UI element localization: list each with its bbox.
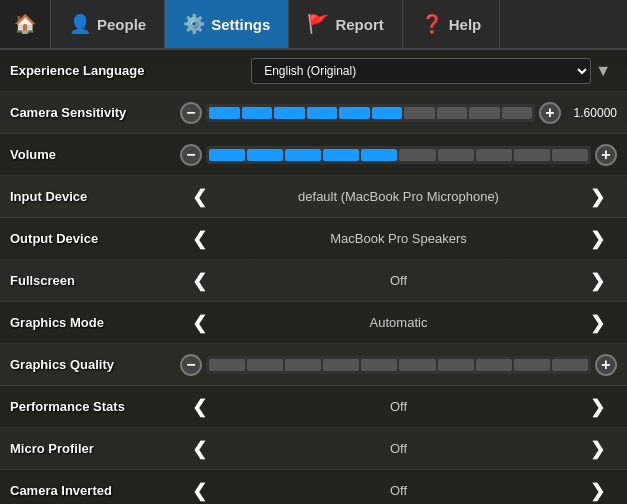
arrow-right-micro-profiler[interactable]: ❯ bbox=[582, 438, 613, 460]
arrow-left-micro-profiler[interactable]: ❮ bbox=[184, 438, 215, 460]
arrow-left-performance-stats[interactable]: ❮ bbox=[184, 396, 215, 418]
setting-row-experience-language: Experience LanguageEnglish (Original)▼ bbox=[0, 50, 627, 92]
setting-row-camera-sensitivity: Camera Sensitivity−+1.60000 bbox=[0, 92, 627, 134]
slider-minus-graphics-quality[interactable]: − bbox=[180, 354, 202, 376]
slider-plus-camera-sensitivity[interactable]: + bbox=[539, 102, 561, 124]
slider-segment bbox=[242, 107, 273, 119]
arrow-control-output-device: ❮MacBook Pro Speakers❯ bbox=[180, 228, 617, 250]
setting-label-camera-sensitivity: Camera Sensitivity bbox=[10, 105, 180, 120]
setting-row-performance-stats: Performance Stats❮Off❯ bbox=[0, 386, 627, 428]
arrow-control-graphics-mode: ❮Automatic❯ bbox=[180, 312, 617, 334]
arrow-left-fullscreen[interactable]: ❮ bbox=[184, 270, 215, 292]
slider-value-camera-sensitivity: 1.60000 bbox=[565, 106, 617, 120]
arrow-value-micro-profiler: Off bbox=[215, 441, 582, 456]
slider-minus-camera-sensitivity[interactable]: − bbox=[180, 102, 202, 124]
arrow-value-camera-inverted: Off bbox=[215, 483, 582, 498]
slider-segment bbox=[437, 107, 468, 119]
slider-segment bbox=[476, 149, 512, 161]
dropdown-arrow-icon: ▼ bbox=[595, 62, 611, 80]
people-icon: 👤 bbox=[69, 15, 91, 33]
slider-segment bbox=[247, 359, 283, 371]
arrow-value-performance-stats: Off bbox=[215, 399, 582, 414]
nav-people-label: People bbox=[97, 16, 146, 33]
slider-segment bbox=[361, 359, 397, 371]
setting-row-graphics-quality: Graphics Quality−+ bbox=[0, 344, 627, 386]
setting-row-micro-profiler: Micro Profiler❮Off❯ bbox=[0, 428, 627, 470]
arrow-right-fullscreen[interactable]: ❯ bbox=[582, 270, 613, 292]
arrow-control-camera-inverted: ❮Off❯ bbox=[180, 480, 617, 502]
slider-segment bbox=[323, 149, 359, 161]
nav-help[interactable]: ❓ Help bbox=[403, 0, 501, 48]
setting-label-graphics-mode: Graphics Mode bbox=[10, 315, 180, 330]
slider-segment bbox=[372, 107, 403, 119]
slider-segment bbox=[404, 107, 435, 119]
slider-segment bbox=[552, 359, 588, 371]
setting-label-graphics-quality: Graphics Quality bbox=[10, 357, 180, 372]
slider-segment bbox=[438, 149, 474, 161]
slider-segment bbox=[274, 107, 305, 119]
arrow-control-fullscreen: ❮Off❯ bbox=[180, 270, 617, 292]
help-icon: ❓ bbox=[421, 15, 443, 33]
arrow-value-graphics-mode: Automatic bbox=[215, 315, 582, 330]
setting-row-volume: Volume−+ bbox=[0, 134, 627, 176]
arrow-value-input-device: default (MacBook Pro Microphone) bbox=[215, 189, 582, 204]
setting-row-graphics-mode: Graphics Mode❮Automatic❯ bbox=[0, 302, 627, 344]
nav-settings-label: Settings bbox=[211, 16, 270, 33]
setting-label-micro-profiler: Micro Profiler bbox=[10, 441, 180, 456]
slider-segment bbox=[514, 359, 550, 371]
slider-segment bbox=[361, 149, 397, 161]
slider-segment bbox=[476, 359, 512, 371]
arrow-left-output-device[interactable]: ❮ bbox=[184, 228, 215, 250]
arrow-left-graphics-mode[interactable]: ❮ bbox=[184, 312, 215, 334]
slider-segment bbox=[209, 107, 240, 119]
dropdown-select-experience-language[interactable]: English (Original) bbox=[251, 58, 591, 84]
dropdown-control-experience-language: English (Original)▼ bbox=[180, 58, 617, 84]
slider-segment bbox=[438, 359, 474, 371]
slider-segment bbox=[552, 149, 588, 161]
arrow-right-graphics-mode[interactable]: ❯ bbox=[582, 312, 613, 334]
setting-label-input-device: Input Device bbox=[10, 189, 180, 204]
slider-segment bbox=[469, 107, 500, 119]
report-icon: 🚩 bbox=[307, 15, 329, 33]
setting-label-fullscreen: Fullscreen bbox=[10, 273, 180, 288]
slider-segment bbox=[285, 149, 321, 161]
arrow-right-input-device[interactable]: ❯ bbox=[582, 186, 613, 208]
slider-segment bbox=[247, 149, 283, 161]
setting-row-fullscreen: Fullscreen❮Off❯ bbox=[0, 260, 627, 302]
slider-track-graphics-quality[interactable] bbox=[206, 356, 591, 374]
setting-row-camera-inverted: Camera Inverted❮Off❯ bbox=[0, 470, 627, 504]
slider-segment bbox=[285, 359, 321, 371]
arrow-right-output-device[interactable]: ❯ bbox=[582, 228, 613, 250]
slider-control-volume: −+ bbox=[180, 144, 617, 166]
home-icon: 🏠 bbox=[14, 15, 36, 33]
slider-plus-graphics-quality[interactable]: + bbox=[595, 354, 617, 376]
nav-settings[interactable]: ⚙️ Settings bbox=[165, 0, 289, 48]
nav-home[interactable]: 🏠 bbox=[0, 0, 51, 48]
slider-segment bbox=[339, 107, 370, 119]
slider-segment bbox=[399, 149, 435, 161]
slider-segment bbox=[502, 107, 533, 119]
nav-help-label: Help bbox=[449, 16, 482, 33]
arrow-control-micro-profiler: ❮Off❯ bbox=[180, 438, 617, 460]
slider-segment bbox=[209, 359, 245, 371]
arrow-left-camera-inverted[interactable]: ❮ bbox=[184, 480, 215, 502]
nav-people[interactable]: 👤 People bbox=[51, 0, 165, 48]
setting-row-input-device: Input Device❮default (MacBook Pro Microp… bbox=[0, 176, 627, 218]
setting-label-experience-language: Experience Language bbox=[10, 63, 180, 78]
arrow-right-camera-inverted[interactable]: ❯ bbox=[582, 480, 613, 502]
slider-segment bbox=[514, 149, 550, 161]
arrow-left-input-device[interactable]: ❮ bbox=[184, 186, 215, 208]
nav-report-label: Report bbox=[335, 16, 383, 33]
slider-track-camera-sensitivity[interactable] bbox=[206, 104, 535, 122]
nav-report[interactable]: 🚩 Report bbox=[289, 0, 402, 48]
slider-track-volume[interactable] bbox=[206, 146, 591, 164]
navigation-bar: 🏠 👤 People ⚙️ Settings 🚩 Report ❓ Help bbox=[0, 0, 627, 50]
arrow-right-performance-stats[interactable]: ❯ bbox=[582, 396, 613, 418]
setting-row-output-device: Output Device❮MacBook Pro Speakers❯ bbox=[0, 218, 627, 260]
settings-panel: Experience LanguageEnglish (Original)▼Ca… bbox=[0, 50, 627, 504]
slider-segment bbox=[307, 107, 338, 119]
slider-minus-volume[interactable]: − bbox=[180, 144, 202, 166]
arrow-control-input-device: ❮default (MacBook Pro Microphone)❯ bbox=[180, 186, 617, 208]
slider-plus-volume[interactable]: + bbox=[595, 144, 617, 166]
slider-segment bbox=[209, 149, 245, 161]
